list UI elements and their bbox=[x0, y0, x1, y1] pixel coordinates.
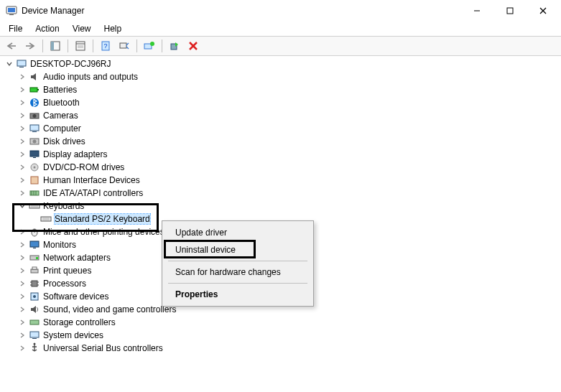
chevron-right-icon[interactable] bbox=[17, 343, 27, 353]
tree-category-label: Mice and other pointing devices bbox=[43, 227, 164, 237]
tree-category[interactable]: Universal Serial Bus controllers bbox=[4, 342, 557, 355]
svg-point-63 bbox=[33, 295, 36, 298]
svg-rect-64 bbox=[30, 320, 39, 325]
chevron-right-icon[interactable] bbox=[17, 162, 27, 172]
scan-button[interactable] bbox=[116, 38, 133, 54]
category-icon bbox=[29, 304, 40, 315]
tree-category[interactable]: Human Interface Devices bbox=[4, 174, 557, 187]
tree-category[interactable]: DVD/CD-ROM drives bbox=[4, 161, 557, 174]
category-icon bbox=[29, 265, 40, 276]
chevron-down-icon[interactable] bbox=[17, 201, 27, 211]
update-driver-button[interactable] bbox=[141, 38, 158, 54]
svg-rect-43 bbox=[29, 204, 40, 208]
svg-point-29 bbox=[33, 114, 37, 118]
chevron-right-icon[interactable] bbox=[17, 85, 27, 95]
close-button[interactable] bbox=[527, 0, 560, 22]
uninstall-device-button[interactable] bbox=[185, 38, 202, 54]
chevron-right-icon[interactable] bbox=[17, 304, 27, 314]
chevron-right-icon[interactable] bbox=[17, 291, 27, 302]
show-hide-tree-button[interactable] bbox=[47, 38, 64, 54]
tree-category[interactable]: System devices bbox=[4, 329, 557, 342]
help-button[interactable]: ? bbox=[97, 38, 114, 54]
tree-root[interactable]: DESKTOP-DCJ96RJ bbox=[4, 57, 557, 70]
properties-button[interactable] bbox=[72, 38, 89, 54]
tree-category-label: Keyboards bbox=[43, 201, 84, 211]
tree-category-label: Print queues bbox=[43, 266, 91, 276]
category-icon bbox=[29, 187, 40, 199]
chevron-right-icon[interactable] bbox=[17, 136, 27, 146]
computer-icon bbox=[16, 58, 27, 70]
svg-rect-1 bbox=[8, 8, 15, 12]
menu-help[interactable]: Help bbox=[98, 22, 128, 35]
category-icon bbox=[29, 123, 40, 134]
svg-rect-52 bbox=[33, 248, 36, 248]
svg-rect-57 bbox=[32, 281, 37, 286]
forward-button[interactable] bbox=[22, 38, 39, 54]
context-menu-separator bbox=[168, 283, 307, 284]
tree-category[interactable]: IDE ATA/ATAPI controllers bbox=[4, 187, 557, 200]
tree-category[interactable]: Display adapters bbox=[4, 148, 557, 161]
menu-view[interactable]: View bbox=[67, 22, 97, 35]
svg-rect-17 bbox=[120, 43, 126, 48]
tree-category-label: IDE ATA/ATAPI controllers bbox=[43, 188, 143, 198]
ctx-uninstall-device[interactable]: Uninstall device bbox=[164, 241, 312, 258]
category-icon bbox=[29, 162, 40, 173]
tree-category-label: Monitors bbox=[43, 240, 76, 250]
chevron-right-icon[interactable] bbox=[17, 227, 27, 237]
svg-rect-46 bbox=[41, 217, 51, 221]
tree-category-label: Sound, video and game controllers bbox=[43, 304, 176, 314]
chevron-right-icon[interactable] bbox=[17, 240, 27, 250]
menu-action[interactable]: Action bbox=[29, 22, 65, 35]
toolbar-separator bbox=[42, 39, 43, 52]
toolbar-separator bbox=[162, 39, 162, 52]
ctx-scan-hardware[interactable]: Scan for hardware changes bbox=[164, 263, 312, 281]
window-title: Device Manager bbox=[22, 6, 460, 16]
svg-rect-65 bbox=[30, 332, 39, 337]
chevron-right-icon[interactable] bbox=[17, 72, 27, 82]
back-button[interactable] bbox=[3, 38, 20, 54]
chevron-right-icon[interactable] bbox=[17, 111, 27, 121]
tree-category-label: Network adapters bbox=[43, 253, 111, 263]
toolbar-separator bbox=[136, 39, 137, 52]
tree-category[interactable]: Computer bbox=[4, 122, 557, 135]
chevron-right-icon[interactable] bbox=[17, 175, 27, 185]
category-icon bbox=[29, 317, 40, 328]
tree-category[interactable]: Storage controllers bbox=[4, 316, 557, 329]
tree-category[interactable]: Audio inputs and outputs bbox=[4, 70, 557, 83]
minimize-button[interactable] bbox=[460, 0, 493, 22]
tree-category-label: Batteries bbox=[43, 85, 77, 95]
tree-category[interactable]: Cameras bbox=[4, 109, 557, 122]
tree-category[interactable]: Disk drives bbox=[4, 135, 557, 148]
menu-file[interactable]: File bbox=[3, 22, 28, 35]
enable-device-button[interactable] bbox=[166, 38, 183, 54]
category-icon bbox=[29, 200, 40, 212]
svg-rect-2 bbox=[9, 14, 14, 15]
tree-category[interactable]: Batteries bbox=[4, 83, 557, 96]
chevron-right-icon[interactable] bbox=[17, 123, 27, 134]
chevron-right-icon[interactable] bbox=[17, 317, 27, 327]
tree-category-label: Audio inputs and outputs bbox=[43, 72, 138, 82]
tree-category[interactable]: Keyboards bbox=[4, 200, 557, 213]
category-icon bbox=[29, 226, 40, 238]
chevron-right-icon[interactable] bbox=[17, 330, 27, 340]
category-icon bbox=[29, 291, 40, 302]
ctx-update-driver[interactable]: Update driver bbox=[164, 224, 312, 241]
chevron-right-icon[interactable] bbox=[17, 188, 27, 198]
chevron-right-icon[interactable] bbox=[17, 149, 27, 159]
category-icon bbox=[29, 84, 40, 95]
chevron-down-icon[interactable] bbox=[4, 59, 14, 69]
svg-rect-54 bbox=[36, 257, 38, 259]
menu-bar: File Action View Help bbox=[0, 22, 561, 36]
category-icon bbox=[29, 330, 40, 341]
chevron-right-icon[interactable] bbox=[17, 266, 27, 276]
ctx-properties[interactable]: Properties bbox=[164, 286, 312, 303]
context-menu-separator bbox=[168, 261, 307, 261]
tree-category-label: Storage controllers bbox=[43, 317, 116, 327]
toolbar-separator bbox=[68, 39, 68, 52]
chevron-right-icon[interactable] bbox=[17, 98, 27, 108]
chevron-right-icon[interactable] bbox=[17, 279, 27, 289]
maximize-button[interactable] bbox=[493, 0, 527, 22]
svg-rect-55 bbox=[31, 269, 38, 273]
chevron-right-icon[interactable] bbox=[17, 253, 27, 263]
tree-category[interactable]: Bluetooth bbox=[4, 96, 557, 109]
